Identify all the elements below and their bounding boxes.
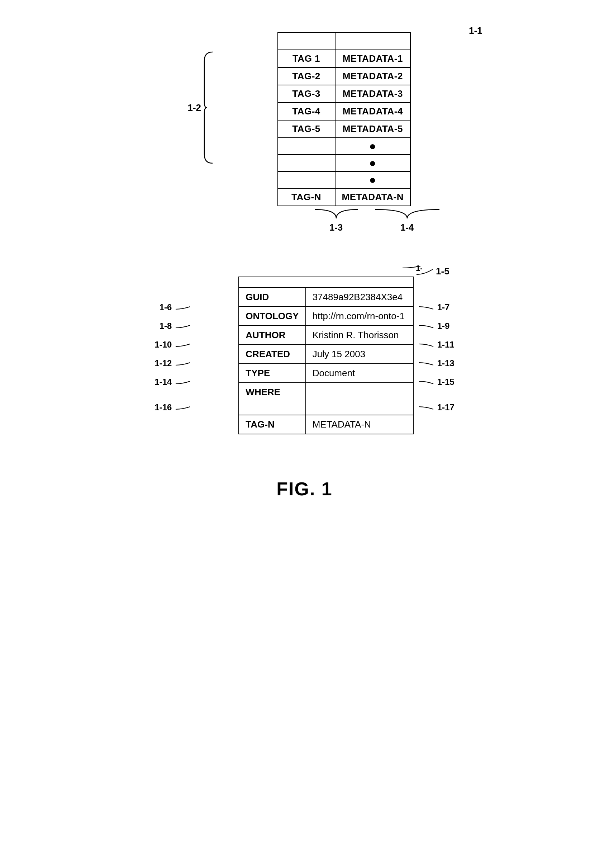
left-label-where: 1-16 <box>155 391 192 423</box>
d2-row-author: AUTHOR Kristinn R. Thorisson <box>239 326 413 345</box>
d2-empty-top-row <box>239 277 413 288</box>
dot-meta-2: ● <box>335 155 411 172</box>
arrow-right-1-13 <box>417 360 435 367</box>
d2-val-tagn: METADATA-N <box>306 415 413 434</box>
d2-empty-top-cell <box>239 277 413 288</box>
d2-top-label: 1-5 <box>415 266 450 277</box>
label-1-17: 1-17 <box>437 403 454 412</box>
empty-top-tag <box>278 33 335 50</box>
arrow-1-6 <box>174 304 192 311</box>
empty-top-meta <box>335 33 411 50</box>
right-label-type: 1-15 <box>417 373 454 391</box>
arrow-1-8 <box>174 322 192 330</box>
table-row-dot2: ● <box>278 155 411 172</box>
left-label-tagn <box>155 423 192 442</box>
diagram2-container: 1-5 1-6 1-8 <box>155 262 454 442</box>
dot-tag-2 <box>278 155 335 172</box>
dot-meta-3: ● <box>335 172 411 188</box>
label-1-1: 1-1 <box>469 25 482 36</box>
meta-n: METADATA-N <box>335 188 411 206</box>
dot-meta-1: ● <box>335 138 411 155</box>
d2-val-where <box>306 383 413 415</box>
table-row: TAG-2 METADATA-2 <box>278 67 411 85</box>
spacer-top-right <box>417 287 454 298</box>
d2-val-ontology: http://rn.com/rn-onto-1 <box>306 307 413 326</box>
tag-1: TAG 1 <box>278 50 335 67</box>
arrow-right-1-9 <box>417 322 435 330</box>
table-row: TAG 1 METADATA-1 <box>278 50 411 67</box>
label-1-6: 1-6 <box>159 302 172 312</box>
dot-tag-1 <box>278 138 335 155</box>
label-1-5: 1-5 <box>198 262 444 273</box>
left-label-ontology: 1-8 <box>155 317 192 335</box>
table-row-last: TAG-N METADATA-N <box>278 188 411 206</box>
brace-col2: 1-4 <box>368 208 447 233</box>
left-label-type: 1-14 <box>155 373 192 391</box>
d2-tag-author: AUTHOR <box>239 326 305 345</box>
table-row-empty-top <box>278 33 411 50</box>
tag-n: TAG-N <box>278 188 335 206</box>
d2-tag-created: CREATED <box>239 345 305 364</box>
left-label-created: 1-12 <box>155 354 192 373</box>
tag-3: TAG-3 <box>278 85 335 102</box>
diagram1-table-area: 1-1 1-2 TAG 1 METADATA-1 <box>235 32 447 233</box>
arrow-right-1-15 <box>417 378 435 386</box>
d2-val-type: Document <box>306 364 413 383</box>
right-labels: 1-7 1-9 1-11 <box>417 276 454 442</box>
arrow-right-1-7 <box>417 304 435 311</box>
label-1-16: 1-16 <box>155 403 172 412</box>
right-label-guid: 1-7 <box>417 298 454 317</box>
table-row-dot1: ● <box>278 138 411 155</box>
label-1-3: 1-3 <box>329 222 343 233</box>
right-label-created: 1-13 <box>417 354 454 373</box>
arrow-right-1-17 <box>417 404 435 411</box>
label-1-5-val: 1-5 <box>436 266 450 277</box>
d2-row-ontology: ONTOLOGY http://rn.com/rn-onto-1 <box>239 307 413 326</box>
right-label-ontology: 1-9 <box>417 317 454 335</box>
d2-tag-where: WHERE <box>239 383 305 415</box>
d2-val-guid: 37489a92B2384X3e4 <box>306 288 413 307</box>
d2-tag-ontology: ONTOLOGY <box>239 307 305 326</box>
d2-row-type: TYPE Document <box>239 364 413 383</box>
meta-2: METADATA-2 <box>335 67 411 85</box>
arrow-1-16 <box>174 404 192 411</box>
label-1-4: 1-4 <box>400 222 414 233</box>
tag-4: TAG-4 <box>278 102 335 120</box>
meta-1: METADATA-1 <box>335 50 411 67</box>
d2-row-created: CREATED July 15 2003 <box>239 345 413 364</box>
arrow-1-14 <box>174 378 192 386</box>
meta-4: METADATA-4 <box>335 102 411 120</box>
arrow-right-1-11 <box>417 341 435 348</box>
diagram2-table-wrapper: 1-5 GUID 37489a92B2384X3e4 ONTOLOGY <box>195 276 413 434</box>
right-label-where: 1-17 <box>417 391 454 423</box>
diagram2-layout: 1-6 1-8 1-10 <box>155 276 454 442</box>
left-labels: 1-6 1-8 1-10 <box>155 276 192 442</box>
label-1-2: 1-2 <box>188 50 213 165</box>
tag-2: TAG-2 <box>278 67 335 85</box>
bottom-brace-area: 1-3 1-4 <box>306 208 447 233</box>
figure-label: FIG. 1 <box>277 478 332 500</box>
label-1-11: 1-11 <box>437 339 454 350</box>
label-1-7: 1-7 <box>437 302 450 312</box>
d2-tag-guid: GUID <box>239 288 305 307</box>
label-1-14: 1-14 <box>155 377 172 387</box>
right-label-author: 1-11 <box>417 335 454 354</box>
left-label-guid: 1-6 <box>155 298 192 317</box>
d2-row-tagn: TAG-N METADATA-N <box>239 415 413 434</box>
table-row: TAG-5 METADATA-5 <box>278 120 411 138</box>
label-1-12: 1-12 <box>155 358 172 368</box>
diagram1-table: TAG 1 METADATA-1 TAG-2 METADATA-2 TAG-3 … <box>277 32 411 206</box>
d2-tag-type: TYPE <box>239 364 305 383</box>
page: 1-1 1-2 TAG 1 METADATA-1 <box>0 0 609 868</box>
meta-3: METADATA-3 <box>335 85 411 102</box>
diagram1-container: 1-1 1-2 TAG 1 METADATA-1 <box>163 29 447 233</box>
table-row: TAG-4 METADATA-4 <box>278 102 411 120</box>
d2-row-where: WHERE <box>239 383 413 415</box>
brace-col1-svg <box>311 208 361 222</box>
label-1-13: 1-13 <box>437 358 454 368</box>
brace-col2-svg <box>371 208 443 222</box>
arrow-1-10 <box>174 341 192 348</box>
left-label-author: 1-10 <box>155 335 192 354</box>
left-brace-svg <box>202 50 213 165</box>
table-row-dot3: ● <box>278 172 411 188</box>
